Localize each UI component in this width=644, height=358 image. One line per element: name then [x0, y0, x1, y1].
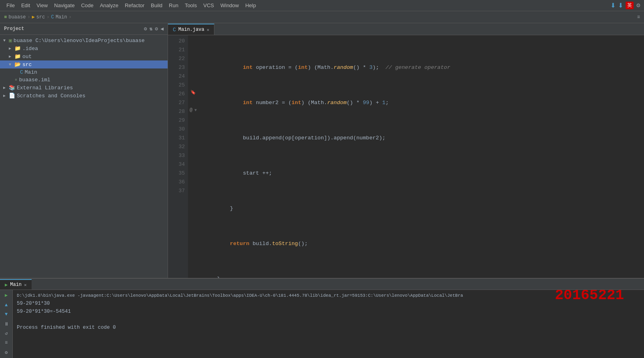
gear-icon[interactable]: ⚙: [144, 26, 147, 32]
console-output-row1: D:\jdk1.8\bin\java.exe -javaagent:C:\Use…: [17, 292, 640, 332]
breadcrumb-sep1: ›: [27, 14, 30, 20]
lang-icon[interactable]: 英: [626, 2, 634, 9]
gutter: 🔖 @ ▼: [188, 35, 200, 278]
ln-36: 36: [168, 178, 185, 187]
menu-run[interactable]: Run: [166, 2, 182, 9]
code-line-25: return build.toString();: [204, 239, 640, 248]
ln-20: 20: [168, 37, 185, 46]
tree-label-iml: buaase.iml: [19, 77, 50, 83]
run-tab-label: Main: [10, 282, 22, 288]
ln-32: 32: [168, 143, 185, 151]
run-sidebar: ▶ ▲ ▼ ⏸ ↺ ≡ ⚙: [0, 290, 13, 358]
menu-file[interactable]: File: [3, 2, 18, 9]
arrow-idea: ▶: [9, 46, 14, 51]
arrow-iml: [9, 78, 14, 82]
settings2-icon[interactable]: ⚙: [155, 26, 158, 32]
bookmark-gutter-icon: 🔖: [190, 90, 196, 95]
arrow-scratches: ▶: [3, 93, 9, 98]
menu-navigate[interactable]: Navigate: [51, 2, 78, 9]
tree-item-src[interactable]: ▼ 📂 src: [0, 60, 168, 68]
bottom-content: ▶ ▲ ▼ ⏸ ↺ ≡ ⚙ D:\jdk1.8\bin\java.exe -ja…: [0, 290, 644, 358]
breadcrumb: ■ buaase › ▶ src › C Main › ≡: [0, 11, 644, 23]
menubar: File Edit View Navigate Code Analyze Ref…: [0, 0, 644, 11]
run-tab-close[interactable]: ✕: [24, 282, 27, 288]
menu-view[interactable]: View: [33, 2, 51, 9]
ln-26: 26: [168, 90, 185, 99]
bottom-tabs: ▶ Main ✕: [0, 279, 644, 290]
menu-edit[interactable]: Edit: [18, 2, 33, 9]
run-play-button[interactable]: ▶: [2, 292, 11, 300]
tab-main-java[interactable]: C Main.java ✕: [168, 24, 214, 35]
download2-icon[interactable]: ⬇: [618, 2, 623, 9]
code-line-20: int operation = (int) (Math.random() * 3…: [204, 63, 640, 72]
run-wrap-button[interactable]: ≡: [2, 339, 11, 347]
code-line-23: start ++;: [204, 169, 640, 178]
breadcrumb-right-icons[interactable]: ≡: [637, 14, 640, 20]
console-line2: 59-20*91*30=-54541: [17, 308, 547, 316]
code-content[interactable]: int operation = (int) (Math.random() * 3…: [200, 35, 644, 278]
tree-label-idea: .idea: [22, 46, 38, 52]
ln-34: 34: [168, 160, 185, 169]
sidebar-tree: ▼ ▣ buaase C:\Users\lenovo\IdeaProjects\…: [0, 35, 168, 101]
tree-item-extlibs[interactable]: ▶ 📚 External Libraries: [0, 84, 168, 92]
sidebar-header: Project ⚙ ⇅ ⚙ ◀: [0, 23, 168, 35]
project-folder-icon: ▣: [9, 37, 12, 44]
breadcrumb-main[interactable]: Main: [56, 14, 67, 20]
editor-tabs: C Main.java ✕: [168, 23, 644, 35]
ln-29: 29: [168, 116, 185, 125]
arrow-src: ▼: [9, 62, 14, 67]
tree-item-iml[interactable]: ▫ buaase.iml: [0, 76, 168, 84]
code-line-22: build.append(op[operation]).append(numbe…: [204, 134, 640, 143]
tab-run[interactable]: ▶ Main ✕: [0, 279, 32, 290]
menu-vcs[interactable]: VCS: [200, 2, 217, 9]
menu-analyze[interactable]: Analyze: [97, 2, 122, 9]
tree-item-scratches[interactable]: ▶ 📄 Scratches and Consoles: [0, 92, 168, 100]
run-down-button[interactable]: ▼: [2, 310, 11, 318]
code-line-26: }: [204, 275, 640, 278]
run-rerun-button[interactable]: ↺: [2, 330, 11, 338]
breadcrumb-project[interactable]: buaase: [8, 14, 26, 20]
tree-item-main[interactable]: C Main: [0, 68, 168, 76]
tree-item-buaase[interactable]: ▼ ▣ buaase C:\Users\lenovo\IdeaProjects\…: [0, 36, 168, 44]
ln-21: 21: [168, 46, 185, 54]
tree-label-src: src: [22, 62, 32, 68]
tree-item-idea[interactable]: ▶ 📁 .idea: [0, 44, 168, 52]
lib-icon: 📚: [9, 84, 15, 91]
ln-24: 24: [168, 72, 185, 81]
ln-30: 30: [168, 125, 185, 134]
main-java-icon: C: [20, 69, 23, 75]
tree-label-extlibs: External Libraries: [17, 85, 73, 91]
tree-item-out[interactable]: ▶ 📁 out: [0, 52, 168, 60]
breadcrumb-sep3: ›: [69, 14, 72, 20]
collapse-icon[interactable]: ◀: [160, 26, 164, 32]
tab-main-java-label: Main.java: [178, 27, 204, 32]
ln-25: 25: [168, 81, 185, 90]
code-line-24: }: [204, 204, 640, 213]
iml-icon: ▫: [14, 77, 18, 83]
run-settings-button[interactable]: ⚙: [2, 348, 11, 356]
console-line1: 59-20*91*30: [17, 300, 547, 308]
run-tab-icon: ▶: [5, 282, 8, 288]
menu-help[interactable]: Help: [242, 2, 259, 9]
ln-33: 33: [168, 151, 185, 160]
console-output: D:\jdk1.8\bin\java.exe -javaagent:C:\Use…: [13, 290, 644, 358]
scratch-icon: 📄: [9, 93, 15, 99]
menu-refactor[interactable]: Refactor: [122, 2, 148, 9]
run-up-button[interactable]: ▲: [2, 301, 11, 309]
fold-gutter-icon[interactable]: ▼: [194, 108, 197, 113]
console-big-number: 20165221: [555, 292, 624, 300]
console-cmd: D:\jdk1.8\bin\java.exe -javaagent:C:\Use…: [17, 292, 547, 300]
run-stop-button[interactable]: ⏸: [2, 320, 11, 328]
menu-code[interactable]: Code: [78, 2, 97, 9]
code-line-21: int number2 = (int) (Math.random() * 99)…: [204, 99, 640, 107]
menu-tools[interactable]: Tools: [182, 2, 200, 9]
menu-build[interactable]: Build: [148, 2, 166, 9]
menu-window[interactable]: Window: [217, 2, 242, 9]
project-label: Project: [4, 26, 24, 32]
settings-icon[interactable]: ⚙: [636, 2, 641, 8]
breadcrumb-src[interactable]: src: [36, 14, 45, 20]
sort-icon[interactable]: ⇅: [150, 26, 153, 32]
tab-close-icon[interactable]: ✕: [207, 27, 210, 32]
code-editor: 20 21 22 23 24 25 26 27 28 29 30 31 32 3…: [168, 35, 644, 278]
download-icon[interactable]: ⬇: [610, 2, 616, 9]
